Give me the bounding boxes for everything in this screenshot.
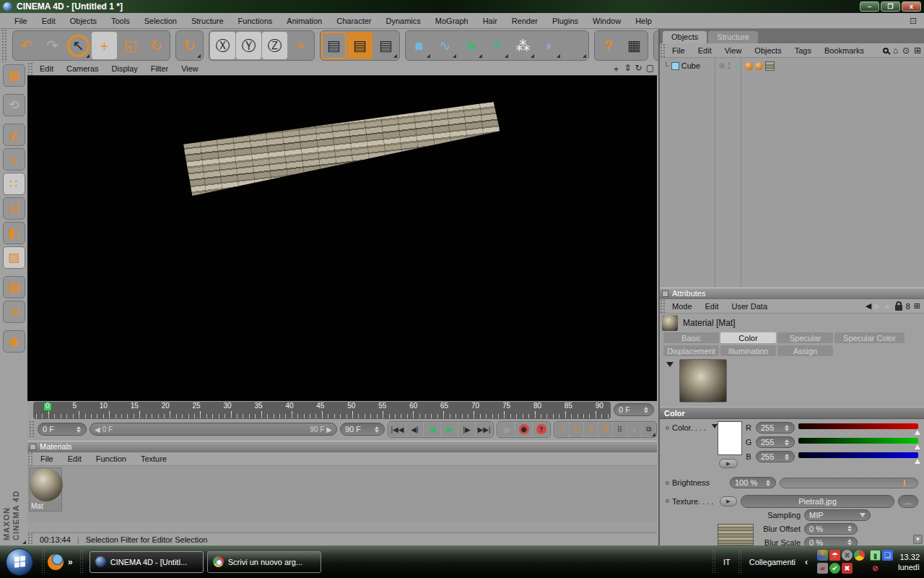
sampling-dropdown[interactable]: MIP — [804, 509, 871, 521]
spinner[interactable] — [783, 437, 790, 448]
tool-render-settings[interactable]: ▤ — [347, 32, 372, 59]
tool-lock-y[interactable]: Ⓨ — [236, 32, 261, 59]
transport-next-frame[interactable]: |▶ — [458, 423, 475, 436]
attributes-menu-grip[interactable] — [660, 299, 666, 313]
channel-b-field[interactable]: 255 — [756, 451, 795, 462]
brightness-slider[interactable] — [780, 478, 918, 488]
texture-tag-icon[interactable] — [765, 61, 775, 71]
end-frame-field[interactable]: 90 F — [340, 423, 385, 436]
attributes-menu-mode[interactable]: Mode — [666, 301, 699, 312]
menu-animation[interactable]: Animation — [279, 14, 329, 27]
mode-layout-panels[interactable]: ▦ — [3, 64, 25, 87]
transport-key-parameter[interactable]: Ⓟ — [598, 423, 612, 436]
channel-g-slider[interactable] — [798, 438, 918, 444]
spinner[interactable] — [846, 523, 853, 534]
tool-rotate[interactable]: ↻ — [144, 32, 169, 59]
attributes-nav-history-forward[interactable]: ▶ — [874, 301, 880, 311]
attributes-nav-history-back[interactable]: ◀ — [866, 301, 871, 311]
chevron-down-icon[interactable] — [712, 424, 718, 431]
tray-icon-battery[interactable]: ▮ — [870, 550, 881, 561]
tool-add-array[interactable]: ✳ — [484, 32, 510, 59]
viewport-camera-zoom[interactable]: ⇕ — [624, 63, 632, 75]
objects-menu-objects[interactable]: Objects — [748, 45, 788, 56]
viewport-camera-rotate[interactable]: ↻ — [635, 63, 642, 75]
links-toolbar-label[interactable]: Collegamenti — [749, 558, 796, 566]
transport-key-rotation[interactable]: ↻ — [584, 423, 598, 436]
mode-convert-tool[interactable]: ⟲ — [3, 94, 25, 116]
brightness-field[interactable]: 100 % — [730, 477, 776, 488]
minimize-button[interactable]: – — [860, 1, 879, 12]
mode-make-editable[interactable]: ◭ — [3, 124, 25, 146]
collapse-triangle-icon[interactable] — [666, 362, 674, 371]
color-section-header[interactable]: Color — [660, 407, 924, 419]
tab-objects[interactable]: Objects — [663, 31, 707, 43]
menu-render[interactable]: Render — [505, 14, 545, 27]
object-name[interactable]: Cube — [681, 61, 700, 70]
viewport-menu-cameras[interactable]: Cameras — [60, 63, 105, 74]
editor-visibility-dot[interactable] — [719, 63, 725, 69]
quicklaunch-grip[interactable] — [41, 550, 45, 574]
menu-character[interactable]: Character — [329, 14, 378, 27]
language-indicator[interactable]: IT — [723, 558, 731, 566]
viewport-menu-filter[interactable]: Filter — [144, 63, 175, 74]
transport-doc-options[interactable]: ⧉ — [642, 423, 655, 436]
objects-tool-home[interactable]: ⌂ — [893, 46, 898, 56]
transport-key-scale[interactable]: ◱ — [570, 423, 583, 436]
materials-menu-file[interactable]: File — [33, 453, 61, 465]
mode-snap-settings[interactable]: ◉ — [3, 330, 25, 353]
links-grip[interactable] — [738, 550, 742, 574]
objects-menu-bookmarks[interactable]: Bookmarks — [818, 45, 871, 56]
objects-menu-edit[interactable]: Edit — [692, 45, 718, 56]
taskband-grip[interactable] — [79, 550, 84, 574]
tab-structure[interactable]: Structure — [708, 31, 758, 43]
texture-expand-button[interactable]: ▶ — [720, 496, 737, 506]
start-button[interactable] — [6, 548, 33, 576]
channel-r-slider[interactable] — [798, 423, 918, 429]
tool-lock-x[interactable]: Ⓧ — [210, 32, 235, 59]
color-swatch[interactable] — [718, 421, 742, 455]
taskbar-task-cinema4d[interactable]: CINEMA 4D - [Untitl... — [90, 551, 204, 573]
close-button[interactable]: x — [902, 1, 921, 12]
menu-dynamics[interactable]: Dynamics — [379, 14, 428, 27]
tool-redo[interactable]: ↷ — [40, 32, 65, 59]
material-preview-sphere[interactable] — [30, 468, 63, 501]
object-manager[interactable]: └ Cube ✓ — [660, 58, 924, 288]
taskbar-clock[interactable]: 13.32 lunedì — [898, 552, 920, 572]
material-item[interactable]: Mat — [29, 467, 62, 512]
tool-scale[interactable]: ◱ — [118, 32, 143, 59]
tool-add-hypernurbs[interactable]: ■ — [458, 32, 484, 59]
slider-handle[interactable] — [915, 441, 920, 449]
transport-record-active-objects[interactable]: ◉ — [515, 423, 532, 436]
transport-prev-frame[interactable]: ◀| — [406, 423, 423, 436]
menu-edit[interactable]: Edit — [35, 14, 63, 27]
tray-icon-security-alert[interactable]: ✖ — [842, 563, 853, 574]
menu-functions[interactable]: Functions — [231, 14, 280, 27]
objects-menu-file[interactable]: File — [666, 45, 692, 56]
objects-menu-grip[interactable] — [660, 43, 666, 57]
language-grip[interactable] — [712, 550, 716, 574]
taskbar-task-browser[interactable]: Scrivi un nuovo arg... — [207, 551, 321, 573]
phong-tag-icon[interactable] — [745, 62, 753, 70]
materials-menu-grip[interactable] — [27, 452, 33, 465]
slider-handle[interactable] — [915, 427, 920, 435]
texture-preview-image[interactable] — [679, 359, 727, 402]
materials-menu-function[interactable]: Function — [89, 453, 134, 465]
range-left-arrow[interactable]: ◀ — [95, 426, 100, 434]
transport-goto-start[interactable]: |◀◀ — [389, 423, 406, 436]
viewport-menu-grip[interactable] — [27, 62, 33, 75]
tray-icon-update-ok[interactable]: ✔ — [829, 563, 840, 574]
transport-key-pla[interactable]: ⠿ — [613, 423, 627, 436]
viewport-view-toggle[interactable]: ▢ — [646, 63, 654, 75]
tool-add-deformer[interactable]: ◗ — [536, 32, 562, 59]
preview-range-slider[interactable]: ◀ 0 F 90 F ▶ — [90, 423, 337, 436]
transport-goto-end[interactable]: ▶▶| — [476, 423, 492, 436]
menu-plugins[interactable]: Plugins — [545, 14, 585, 27]
snapshot-icon[interactable]: 8 — [906, 302, 910, 311]
menu-file[interactable]: File — [7, 14, 35, 27]
tray-icon-security-shield[interactable] — [817, 550, 828, 561]
menu-mograph[interactable]: MoGraph — [428, 14, 476, 27]
mode-texture-mode[interactable]: ▨ — [3, 246, 25, 269]
material-tab-illumination[interactable]: Illumination — [720, 345, 776, 356]
viewport-camera-pan[interactable]: ＋ — [612, 63, 621, 75]
firefox-quicklaunch-icon[interactable] — [48, 554, 64, 570]
